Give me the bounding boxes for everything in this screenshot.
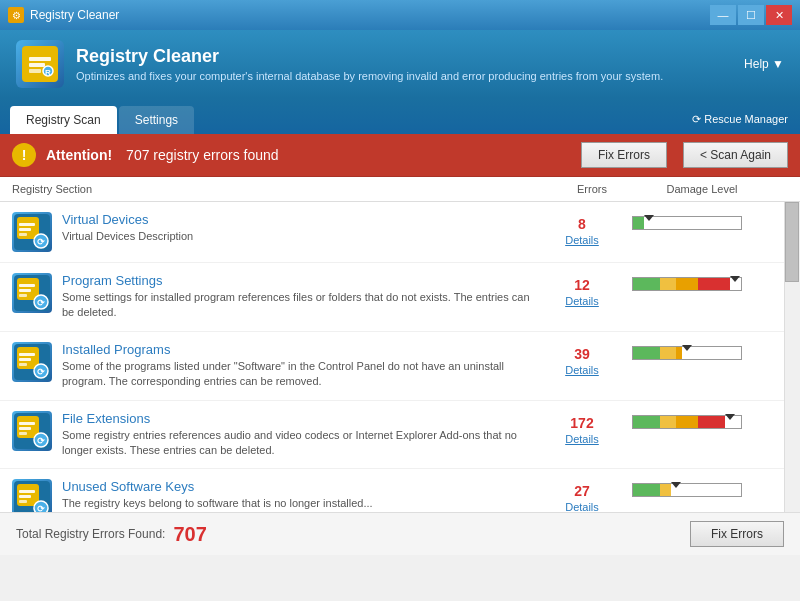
svg-rect-24 <box>19 353 35 356</box>
item-content: File ExtensionsSome registry entries ref… <box>62 411 532 459</box>
svg-rect-32 <box>19 427 31 430</box>
item-title[interactable]: Virtual Devices <box>62 212 532 227</box>
item-damage <box>632 411 772 429</box>
fix-errors-button[interactable]: Fix Errors <box>581 142 667 168</box>
item-description: Some of the programs listed under "Softw… <box>62 359 532 390</box>
footer-count: 707 <box>173 523 206 546</box>
svg-rect-31 <box>19 422 35 425</box>
attention-icon: ! <box>12 143 36 167</box>
scrollbar[interactable] <box>784 202 800 512</box>
scan-again-button[interactable]: < Scan Again <box>683 142 788 168</box>
item-icon: ⟳ <box>12 273 52 313</box>
details-link[interactable]: Details <box>542 501 622 512</box>
item-errors: 27Details <box>542 479 622 512</box>
app-description: Optimizes and fixes your computer's inte… <box>76 70 663 82</box>
item-errors: 12Details <box>542 273 622 307</box>
item-icon: ⟳ <box>12 342 52 382</box>
svg-rect-26 <box>19 363 27 366</box>
error-count: 172 <box>542 415 622 431</box>
item-content: Installed ProgramsSome of the programs l… <box>62 342 532 390</box>
svg-rect-5 <box>29 69 41 73</box>
close-button[interactable]: ✕ <box>766 5 792 25</box>
error-count: 12 <box>542 277 622 293</box>
svg-text:⟳: ⟳ <box>37 237 45 247</box>
app-title: Registry Cleaner <box>76 46 663 67</box>
error-count: 39 <box>542 346 622 362</box>
item-description: Virtual Devices Description <box>62 229 532 244</box>
scrollbar-thumb[interactable] <box>785 202 799 282</box>
item-icon: ⟳ <box>12 411 52 451</box>
svg-text:⚙: ⚙ <box>12 10 21 21</box>
col-header-section: Registry Section <box>12 183 552 195</box>
list-item: ⟳ Installed ProgramsSome of the programs… <box>0 332 800 401</box>
header-left: R Registry Cleaner Optimizes and fixes y… <box>16 40 663 88</box>
col-header-damage: Damage Level <box>632 183 772 195</box>
svg-text:⟳: ⟳ <box>37 504 45 512</box>
item-description: The registry keys belong to software tha… <box>62 496 532 511</box>
item-damage <box>632 273 772 291</box>
list-item: ⟳ Unused Software KeysThe registry keys … <box>0 469 800 512</box>
tab-registry-scan[interactable]: Registry Scan <box>10 106 117 134</box>
svg-text:R: R <box>45 68 51 77</box>
error-count: 8 <box>542 216 622 232</box>
main-content: ⟳ Virtual DevicesVirtual Devices Descrip… <box>0 202 800 512</box>
details-link[interactable]: Details <box>542 295 622 307</box>
footer-fix-errors-button[interactable]: Fix Errors <box>690 521 784 547</box>
window-controls: — ☐ ✕ <box>710 5 792 25</box>
svg-text:⟳: ⟳ <box>37 367 45 377</box>
list-item: ⟳ File ExtensionsSome registry entries r… <box>0 401 800 470</box>
title-bar-left: ⚙ Registry Cleaner <box>8 7 119 23</box>
item-errors: 172Details <box>542 411 622 445</box>
details-link[interactable]: Details <box>542 234 622 246</box>
tabs-area: Registry Scan Settings ⟳ Rescue Manager <box>0 98 800 134</box>
svg-rect-17 <box>19 284 35 287</box>
help-button[interactable]: Help ▼ <box>744 57 784 71</box>
list-item: ⟳ Virtual DevicesVirtual Devices Descrip… <box>0 202 800 263</box>
svg-text:⟳: ⟳ <box>37 298 45 308</box>
app-header: R Registry Cleaner Optimizes and fixes y… <box>0 30 800 98</box>
col-header-errors: Errors <box>552 183 632 195</box>
item-content: Virtual DevicesVirtual Devices Descripti… <box>62 212 532 244</box>
item-content: Unused Software KeysThe registry keys be… <box>62 479 532 511</box>
item-description: Some registry entries references audio a… <box>62 428 532 459</box>
footer-label: Total Registry Errors Found: <box>16 527 165 541</box>
item-content: Program SettingsSome settings for instal… <box>62 273 532 321</box>
maximize-button[interactable]: ☐ <box>738 5 764 25</box>
svg-rect-18 <box>19 289 31 292</box>
column-headers: Registry Section Errors Damage Level <box>0 177 800 202</box>
item-title[interactable]: Program Settings <box>62 273 532 288</box>
svg-rect-40 <box>19 500 27 503</box>
svg-rect-19 <box>19 294 27 297</box>
svg-rect-33 <box>19 432 27 435</box>
content-list: ⟳ Virtual DevicesVirtual Devices Descrip… <box>0 202 800 512</box>
svg-rect-25 <box>19 358 31 361</box>
item-errors: 8Details <box>542 212 622 246</box>
tab-settings[interactable]: Settings <box>119 106 194 134</box>
item-title[interactable]: Installed Programs <box>62 342 532 357</box>
minimize-button[interactable]: — <box>710 5 736 25</box>
item-damage <box>632 479 772 497</box>
item-title[interactable]: Unused Software Keys <box>62 479 532 494</box>
svg-rect-10 <box>19 223 35 226</box>
svg-rect-39 <box>19 495 31 498</box>
svg-rect-4 <box>29 63 45 67</box>
rescue-manager-button[interactable]: ⟳ Rescue Manager <box>692 113 800 134</box>
window-title: Registry Cleaner <box>30 8 119 22</box>
details-link[interactable]: Details <box>542 364 622 376</box>
attention-message: 707 registry errors found <box>126 147 279 163</box>
svg-rect-12 <box>19 233 27 236</box>
details-link[interactable]: Details <box>542 433 622 445</box>
svg-rect-3 <box>29 57 51 61</box>
svg-rect-11 <box>19 228 31 231</box>
title-bar: ⚙ Registry Cleaner — ☐ ✕ <box>0 0 800 30</box>
item-damage <box>632 212 772 230</box>
item-title[interactable]: File Extensions <box>62 411 532 426</box>
svg-text:⟳: ⟳ <box>37 436 45 446</box>
header-icon-inner: R <box>22 46 58 82</box>
app-icon: ⚙ <box>8 7 24 23</box>
item-errors: 39Details <box>542 342 622 376</box>
attention-bar: ! Attention! 707 registry errors found F… <box>0 134 800 177</box>
item-damage <box>632 342 772 360</box>
item-icon: ⟳ <box>12 479 52 512</box>
header-app-icon: R <box>16 40 64 88</box>
